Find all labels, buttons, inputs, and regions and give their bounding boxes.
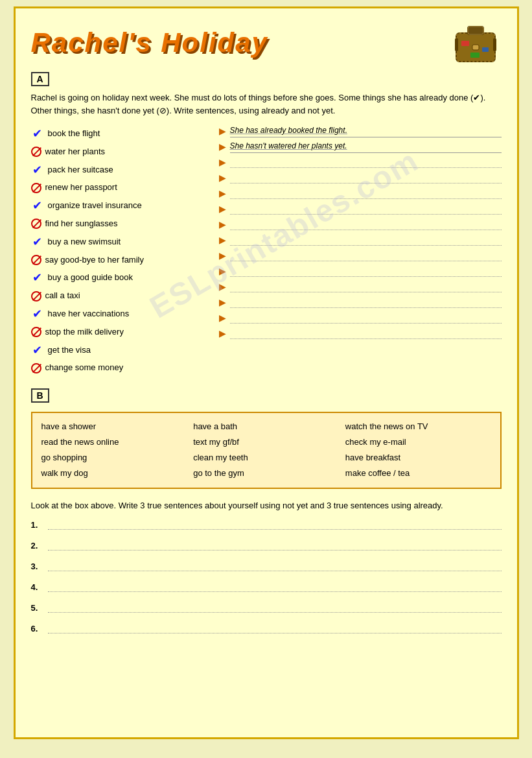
checklist-item-label: call a taxi (45, 289, 80, 303)
check-not-icon (31, 291, 41, 302)
arrow-icon: ▶ (219, 172, 226, 183)
answer-line (48, 539, 502, 551)
check-done-icon: ✔ (31, 305, 44, 324)
checklist-item-label: pack her suitcase (48, 163, 113, 177)
checklist-item: ✔get the visa (31, 341, 213, 360)
sentence-row: ▶ (219, 265, 502, 278)
check-not-icon (31, 219, 41, 229)
checklist-item-label: say good-bye to her family (45, 254, 144, 267)
instructions-b: Look at the box above. Write 3 true sent… (31, 499, 502, 512)
activities-box: have a showerhave a bathwatch the news o… (31, 412, 502, 488)
section-b-label: B (31, 388, 49, 403)
arrow-icon: ▶ (219, 313, 226, 323)
activity-item: go shopping (41, 451, 187, 465)
page: ESLprintables.com Rachel's Holiday A Rac… (14, 6, 519, 739)
activity-item: make coffee / tea (345, 466, 491, 480)
sentence-row: ▶ (219, 187, 502, 200)
line-number: 4. (31, 582, 43, 592)
intro-text: Rachel is going on holiday next week. Sh… (31, 91, 502, 117)
numbered-lines: 1.2.3.4.5.6. (31, 518, 502, 634)
sentence-row: ▶ (219, 156, 502, 169)
checklist-item: ✔have her vaccinations (31, 305, 213, 324)
check-done-icon: ✔ (31, 341, 44, 360)
check-not-icon (31, 147, 41, 157)
sentence-row: ▶ (219, 296, 502, 309)
answer-line (48, 580, 502, 592)
answer-blank (230, 156, 502, 168)
check-not-icon (31, 363, 41, 373)
checklist-item-label: water her plants (45, 145, 106, 159)
activity-item: have a shower (41, 420, 187, 434)
answer-blank (230, 187, 502, 199)
answer-blank (230, 312, 502, 324)
line-number: 1. (31, 520, 43, 530)
check-done-icon: ✔ (31, 196, 44, 215)
checklist-area: ✔book the flightwater her plants✔pack he… (31, 124, 502, 377)
check-not-icon (31, 327, 41, 337)
numbered-line-row: 2. (31, 539, 502, 551)
activity-item: go to the gym (193, 466, 339, 480)
activity-item: have a bath (193, 420, 339, 434)
sentence-row: ▶She has already booked the flight. (219, 124, 502, 137)
example-sentence: She has already booked the flight. (230, 124, 502, 137)
checklist-item: renew her passport (31, 181, 213, 195)
line-number: 3. (31, 562, 43, 571)
svg-rect-9 (470, 53, 480, 58)
checklist-item: ✔pack her suitcase (31, 161, 213, 180)
checklist-item-label: stop the milk delivery (45, 326, 124, 339)
checklist-item: stop the milk delivery (31, 326, 213, 339)
checklist-item: find her sunglasses (31, 217, 213, 231)
svg-rect-6 (493, 38, 496, 51)
sentence-row: ▶ (219, 249, 502, 262)
checklist-item: ✔book the flight (31, 124, 213, 143)
activity-item: check my e-mail (345, 435, 491, 449)
numbered-line-row: 3. (31, 560, 502, 571)
answer-line (48, 601, 502, 613)
svg-rect-7 (461, 41, 469, 46)
numbered-line-row: 1. (31, 518, 502, 530)
checklist-item: ✔buy a new swimsuit (31, 233, 213, 252)
activity-item: watch the news on TV (345, 420, 491, 434)
checklist-item: ✔organize travel insurance (31, 196, 213, 215)
sentence-row: ▶ (219, 233, 502, 246)
checklist-item: change some money (31, 361, 213, 375)
svg-rect-4 (472, 45, 479, 50)
activity-item: clean my teeth (193, 451, 339, 465)
checklist-item: ✔buy a good guide book (31, 268, 213, 287)
check-done-icon: ✔ (31, 268, 44, 287)
header: Rachel's Holiday (31, 20, 502, 65)
answer-blank (230, 327, 502, 339)
check-not-icon (31, 183, 41, 193)
page-title: Rachel's Holiday (31, 27, 268, 58)
answer-line (48, 560, 502, 571)
section-a: A Rachel is going on holiday next week. … (31, 72, 502, 377)
answer-line (48, 622, 502, 634)
answer-blank (230, 234, 502, 246)
arrow-icon: ▶ (219, 235, 226, 245)
arrow-icon: ▶ (219, 188, 226, 198)
check-done-icon: ✔ (31, 124, 44, 143)
sentences-column: ▶She has already booked the flight.▶She … (219, 124, 502, 377)
line-number: 5. (31, 603, 43, 613)
svg-rect-5 (455, 38, 458, 51)
check-done-icon: ✔ (31, 161, 44, 180)
check-not-icon (31, 255, 41, 265)
activity-item: read the news online (41, 435, 187, 449)
activity-item: walk my dog (41, 466, 187, 480)
example-sentence: She hasn't watered her plants yet. (230, 140, 502, 153)
checklist-item-label: find her sunglasses (45, 217, 118, 231)
svg-rect-8 (482, 47, 489, 52)
check-done-icon: ✔ (31, 233, 44, 252)
answer-blank (230, 172, 502, 184)
numbered-line-row: 6. (31, 622, 502, 634)
sentence-row: ▶ (219, 327, 502, 340)
sentence-row: ▶ (219, 202, 502, 215)
sentence-row: ▶ (219, 171, 502, 184)
arrow-icon: ▶ (219, 157, 226, 167)
sentence-row: ▶ (219, 218, 502, 231)
answer-blank (230, 219, 502, 230)
checklist-item-label: book the flight (48, 127, 100, 141)
checklist-item: call a taxi (31, 289, 213, 303)
activity-item: text my gf/bf (193, 435, 339, 449)
section-b: B have a showerhave a bathwatch the news… (31, 388, 502, 488)
